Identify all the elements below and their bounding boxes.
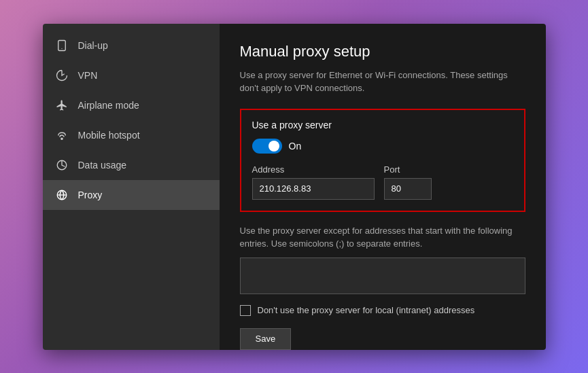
toggle-track — [252, 139, 282, 154]
sidebar-item-mobile-hotspot[interactable]: Mobile hotspot — [43, 120, 220, 150]
proxy-server-section: Use a proxy server On Address Port — [240, 109, 525, 212]
dial-up-icon — [55, 39, 69, 52]
port-field-group: Port — [384, 164, 432, 200]
sidebar: Dial-up VPN Airplane mode — [43, 24, 220, 350]
sidebar-item-data-usage[interactable]: Data usage — [43, 150, 220, 180]
local-bypass-checkbox[interactable] — [240, 305, 251, 316]
sidebar-item-label: Mobile hotspot — [78, 130, 140, 141]
local-bypass-checkbox-row: Don't use the proxy server for local (in… — [240, 305, 525, 316]
address-label: Address — [252, 164, 375, 175]
save-button[interactable]: Save — [240, 328, 292, 350]
page-title: Manual proxy setup — [240, 43, 525, 60]
toggle-state-label: On — [289, 141, 302, 152]
sidebar-item-label: VPN — [78, 70, 98, 81]
proxy-icon — [55, 188, 69, 202]
port-input[interactable] — [384, 178, 432, 200]
page-description: Use a proxy server for Ethernet or Wi-Fi… — [240, 69, 525, 95]
exceptions-description: Use the proxy server except for addresse… — [240, 224, 525, 251]
svg-rect-0 — [58, 40, 65, 50]
proxy-section-label: Use a proxy server — [252, 120, 513, 130]
hotspot-icon — [55, 128, 69, 142]
sidebar-item-proxy[interactable]: Proxy — [43, 180, 220, 210]
airplane-icon — [55, 99, 69, 112]
sidebar-item-label: Airplane mode — [78, 100, 139, 111]
sidebar-item-label: Data usage — [78, 160, 127, 171]
svg-point-2 — [60, 138, 62, 139]
local-bypass-label: Don't use the proxy server for local (in… — [258, 305, 475, 315]
address-field-group: Address — [252, 164, 375, 200]
address-input[interactable] — [252, 178, 375, 200]
sidebar-item-label: Proxy — [78, 190, 103, 200]
settings-window: Dial-up VPN Airplane mode — [43, 24, 546, 350]
sidebar-item-vpn[interactable]: VPN — [43, 60, 220, 90]
proxy-toggle[interactable] — [252, 139, 282, 154]
proxy-toggle-row: On — [252, 139, 513, 154]
toggle-thumb — [269, 141, 279, 152]
main-content: Manual proxy setup Use a proxy server fo… — [220, 24, 546, 350]
sidebar-item-airplane-mode[interactable]: Airplane mode — [43, 90, 220, 120]
vpn-icon — [55, 69, 69, 82]
sidebar-item-label: Dial-up — [78, 40, 108, 51]
sidebar-item-dial-up[interactable]: Dial-up — [43, 31, 220, 60]
data-usage-icon — [55, 158, 69, 172]
exceptions-textarea[interactable] — [240, 257, 525, 294]
address-port-row: Address Port — [252, 164, 513, 200]
port-label: Port — [384, 164, 432, 175]
